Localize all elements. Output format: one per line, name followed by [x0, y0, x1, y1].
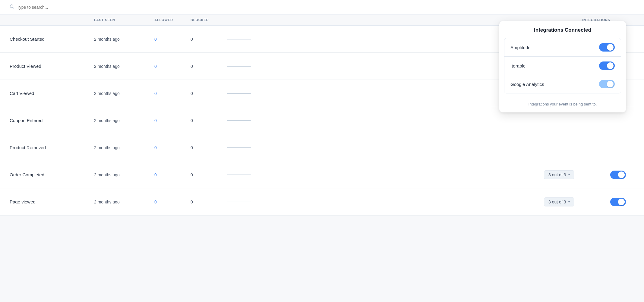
- event-name: Checkout Started: [10, 36, 94, 42]
- sparkline-cell: [227, 93, 544, 94]
- iterable-toggle[interactable]: [599, 61, 615, 70]
- google-analytics-toggle[interactable]: [599, 80, 615, 88]
- integration-item: Google Analytics: [504, 75, 621, 93]
- event-toggle[interactable]: [610, 171, 626, 179]
- allowed-count: 0: [154, 64, 191, 69]
- last-seen: 2 months ago: [94, 118, 154, 123]
- allowed-count: 0: [154, 172, 191, 177]
- allowed-count: 0: [154, 91, 191, 96]
- event-name: Order Completed: [10, 172, 94, 177]
- last-seen: 2 months ago: [94, 172, 154, 177]
- blocked-count: 0: [191, 37, 227, 42]
- event-name: Product Removed: [10, 145, 94, 150]
- last-seen: 2 months ago: [94, 64, 154, 69]
- search-icon: [10, 4, 14, 10]
- blocked-count: 0: [191, 91, 227, 96]
- search-input[interactable]: [17, 5, 77, 10]
- integration-item: Iterable: [504, 57, 621, 75]
- sparkline: [227, 147, 251, 148]
- toggle-col: [610, 198, 634, 206]
- blocked-count: 0: [191, 64, 227, 69]
- sparkline-cell: [227, 39, 544, 39]
- col-header-allowed: ALLOWED: [154, 18, 191, 22]
- sparkline-cell: [227, 147, 544, 148]
- allowed-count: 0: [154, 37, 191, 42]
- blocked-count: 0: [191, 118, 227, 123]
- svg-line-1: [13, 8, 14, 9]
- integrations-col: 3 out of 3 ▾: [544, 197, 610, 206]
- sparkline: [227, 66, 251, 67]
- integrations-badge[interactable]: 3 out of 3 ▾: [544, 170, 574, 179]
- popup-footer: Integrations your event is being sent to…: [499, 98, 626, 112]
- sparkline: [227, 175, 251, 175]
- events-table: LAST SEEN ALLOWED BLOCKED INTEGRATIONS C…: [0, 0, 644, 302]
- integration-name: Amplitude: [510, 45, 531, 50]
- chevron-down-icon: ▾: [568, 200, 570, 203]
- integrations-badge-label: 3 out of 3: [548, 172, 566, 177]
- popup-title: Integrations Connected: [499, 21, 626, 38]
- blocked-count: 0: [191, 172, 227, 177]
- table-row: Page viewed 2 months ago 0 0 3 out of 3 …: [0, 188, 644, 215]
- sparkline-cell: [227, 66, 544, 67]
- last-seen: 2 months ago: [94, 145, 154, 150]
- event-name: Product Viewed: [10, 64, 94, 69]
- event-toggle[interactable]: [610, 198, 626, 206]
- integration-list: Amplitude Iterable Google Analytics: [504, 38, 621, 93]
- allowed-count: 0: [154, 200, 191, 204]
- table-row: Product Removed 2 months ago 0 0: [0, 134, 644, 161]
- col-header-blocked: BLOCKED: [191, 18, 227, 22]
- table-row: Order Completed 2 months ago 0 0 3 out o…: [0, 161, 644, 188]
- sparkline: [227, 120, 251, 121]
- integration-name: Iterable: [510, 63, 526, 68]
- last-seen: 2 months ago: [94, 200, 154, 204]
- sparkline-cell: [227, 202, 544, 202]
- last-seen: 2 months ago: [94, 37, 154, 42]
- sparkline: [227, 202, 251, 202]
- toggle-col: [610, 171, 634, 179]
- blocked-count: 0: [191, 200, 227, 204]
- blocked-count: 0: [191, 145, 227, 150]
- search-bar: [0, 0, 644, 14]
- sparkline: [227, 93, 251, 94]
- integration-name: Google Analytics: [510, 82, 544, 87]
- integration-item: Amplitude: [504, 38, 621, 57]
- col-header-last-seen: LAST SEEN: [94, 18, 154, 22]
- integrations-popup: Integrations Connected Amplitude Iterabl…: [499, 21, 626, 112]
- chevron-down-icon: ▾: [568, 173, 570, 176]
- amplitude-toggle[interactable]: [599, 43, 615, 52]
- last-seen: 2 months ago: [94, 91, 154, 96]
- integrations-col: 3 out of 3 ▾: [544, 170, 610, 179]
- sparkline-cell: [227, 175, 544, 175]
- event-name: Page viewed: [10, 199, 94, 204]
- allowed-count: 0: [154, 145, 191, 150]
- integrations-badge[interactable]: 3 out of 3 ▾: [544, 197, 574, 206]
- sparkline: [227, 39, 251, 39]
- sparkline-cell: [227, 120, 544, 121]
- integrations-badge-label: 3 out of 3: [548, 200, 566, 204]
- allowed-count: 0: [154, 118, 191, 123]
- event-name: Coupon Entered: [10, 118, 94, 123]
- event-name: Cart Viewed: [10, 91, 94, 96]
